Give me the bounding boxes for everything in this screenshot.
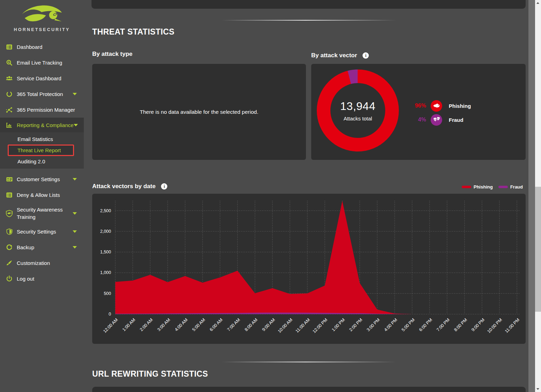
sidebar-item-label: 365 Permission Manager xyxy=(17,107,75,113)
svg-text:7:00 PM: 7:00 PM xyxy=(436,317,451,332)
sidebar: HORNETSECURITY Dashboard Email Live Trac… xyxy=(0,0,84,392)
sidebar-item-security-awareness-training[interactable]: Security Awareness Training xyxy=(0,203,84,224)
scroll-up-arrow-icon[interactable] xyxy=(536,2,539,4)
svg-text:2:00 PM: 2:00 PM xyxy=(348,317,363,332)
sidebar-item-deny-allow-lists[interactable]: Deny & Allow Lists xyxy=(0,187,84,203)
attack-vectors-by-date-panel: 05001,0001,5002,0002,50012:00 AM1:00 AM2… xyxy=(92,194,526,344)
threat-live-report-page: HORNETSECURITY Dashboard Email Live Trac… xyxy=(0,0,541,392)
hornet-logo-icon xyxy=(20,3,64,25)
url-rewriting-heading: URL REWRITING STATISTICS xyxy=(92,369,208,379)
brand-logo[interactable]: HORNETSECURITY xyxy=(0,0,84,32)
scrolled-panel-bottom xyxy=(92,0,526,9)
submenu-item-auditing-20[interactable]: Auditing 2.0 xyxy=(0,156,84,167)
sidebar-item-dashboard[interactable]: Dashboard xyxy=(0,39,84,55)
sidebar-item-customer-settings[interactable]: Customer Settings xyxy=(0,171,84,187)
svg-text:4:00 PM: 4:00 PM xyxy=(383,317,398,332)
svg-text:500: 500 xyxy=(104,291,111,296)
fraud-percentage: 4% xyxy=(412,117,426,123)
chevron-down-icon xyxy=(74,124,78,126)
svg-text:3:00 PM: 3:00 PM xyxy=(366,317,381,332)
by-attack-vector-panel: 13,944 Attacks total 96% Phishing 4% Fra… xyxy=(311,64,526,160)
legend-item-phishing: Phishing xyxy=(462,184,493,190)
svg-text:6:00 AM: 6:00 AM xyxy=(209,317,224,332)
svg-text:2:00 AM: 2:00 AM xyxy=(139,317,154,332)
sidebar-item-email-live-tracking[interactable]: Email Live Tracking xyxy=(0,55,84,71)
svg-text:2,000: 2,000 xyxy=(100,229,111,234)
legend-label: Phishing xyxy=(449,103,471,109)
svg-text:6:00 PM: 6:00 PM xyxy=(418,317,433,332)
no-data-message: There is no data available for the selec… xyxy=(140,109,258,115)
reporting-compliance-submenu: Email Statistics Threat Live Report Audi… xyxy=(0,132,84,169)
svg-text:11:00 PM: 11:00 PM xyxy=(504,317,520,334)
svg-text:4:00 AM: 4:00 AM xyxy=(174,317,189,332)
submenu-item-label: Threat Live Report xyxy=(17,147,61,153)
svg-text:10:00 PM: 10:00 PM xyxy=(486,317,503,334)
list-icon xyxy=(6,191,13,199)
by-attack-type-title: By attack type xyxy=(92,51,132,58)
sidebar-item-365-permission-manager[interactable]: 365 Permission Manager xyxy=(0,102,84,118)
svg-text:9:00 PM: 9:00 PM xyxy=(470,317,485,332)
donut-center: 13,944 Attacks total xyxy=(317,69,399,151)
chevron-down-icon xyxy=(73,212,77,215)
threat-statistics-heading: THREAT STATISTICS xyxy=(92,27,175,37)
sidebar-item-label: Service Dashboard xyxy=(17,75,61,81)
svg-text:5:00 PM: 5:00 PM xyxy=(401,317,416,332)
chevron-down-icon xyxy=(73,93,77,95)
attacks-total-label: Attacks total xyxy=(344,116,372,121)
legend-item-phishing: 96% Phishing xyxy=(412,99,471,113)
legend-label: Fraud xyxy=(449,117,463,123)
svg-text:7:00 AM: 7:00 AM xyxy=(226,317,241,332)
legend-item-fraud: 4% Fraud xyxy=(412,113,471,127)
svg-text:5:00 AM: 5:00 AM xyxy=(191,317,206,332)
phishing-percentage: 96% xyxy=(412,103,426,109)
chevron-down-icon xyxy=(73,230,77,233)
sidebar-nav: Dashboard Email Live Tracking Service Da… xyxy=(0,39,84,287)
svg-text:8:00 AM: 8:00 AM xyxy=(244,317,258,332)
info-icon[interactable]: i xyxy=(161,183,167,190)
power-icon xyxy=(6,275,13,282)
refresh-icon xyxy=(6,244,13,251)
svg-text:0: 0 xyxy=(109,312,111,317)
sidebar-item-label: Backup xyxy=(17,244,34,250)
submenu-item-email-statistics[interactable]: Email Statistics xyxy=(0,134,84,144)
sidebar-item-label: Deny & Allow Lists xyxy=(17,192,60,198)
sidebar-item-backup[interactable]: Backup xyxy=(0,239,84,255)
donut-legend: 96% Phishing 4% Fraud xyxy=(412,99,471,127)
svg-text:1,000: 1,000 xyxy=(100,270,111,275)
fish-icon xyxy=(431,100,442,112)
submenu-item-label: Email Statistics xyxy=(17,136,53,142)
team-icon xyxy=(6,75,13,82)
shield-fish-icon xyxy=(6,210,13,217)
svg-text:10:00 AM: 10:00 AM xyxy=(277,317,293,334)
svg-text:1:00 AM: 1:00 AM xyxy=(122,317,136,332)
scroll-down-arrow-icon[interactable] xyxy=(536,388,539,390)
sidebar-item-security-settings[interactable]: Security Settings xyxy=(0,224,84,239)
sidebar-item-service-dashboard[interactable]: Service Dashboard xyxy=(0,71,84,86)
sidebar-item-label: Customization xyxy=(17,260,50,266)
sidebar-item-customization[interactable]: Customization xyxy=(0,255,84,271)
svg-text:12:00 AM: 12:00 AM xyxy=(102,317,119,334)
brush-icon xyxy=(6,259,13,267)
legend-label: Fraud xyxy=(510,184,523,190)
info-icon[interactable]: i xyxy=(363,52,369,59)
scrollbar-thumb[interactable] xyxy=(535,187,541,312)
attack-vectors-area-chart: 05001,0001,5002,0002,50012:00 AM1:00 AM2… xyxy=(92,194,526,344)
sidebar-item-365-total-protection[interactable]: 365 Total Protection xyxy=(0,86,84,102)
bar-chart-icon xyxy=(6,121,13,129)
svg-text:2,500: 2,500 xyxy=(100,208,111,213)
chevron-down-icon xyxy=(73,246,77,249)
brand-name: HORNETSECURITY xyxy=(0,27,84,32)
sidebar-item-label: 365 Total Protection xyxy=(17,91,63,97)
sidebar-item-label: Security Awareness Training xyxy=(17,206,65,221)
legend-label: Phishing xyxy=(474,184,493,190)
masks-icon xyxy=(431,114,442,126)
submenu-item-threat-live-report[interactable]: Threat Live Report xyxy=(8,145,74,156)
svg-text:8:00 PM: 8:00 PM xyxy=(453,317,468,332)
dashboard-icon xyxy=(6,43,13,51)
vertical-scrollbar[interactable] xyxy=(535,0,541,392)
sidebar-item-label: Reporting & Compliance xyxy=(17,122,74,128)
svg-text:9:00 AM: 9:00 AM xyxy=(261,317,276,332)
svg-text:1:00 PM: 1:00 PM xyxy=(331,317,346,332)
sidebar-item-log-out[interactable]: Log out xyxy=(0,271,84,287)
sidebar-item-reporting-compliance[interactable]: Reporting & Compliance xyxy=(0,118,84,132)
